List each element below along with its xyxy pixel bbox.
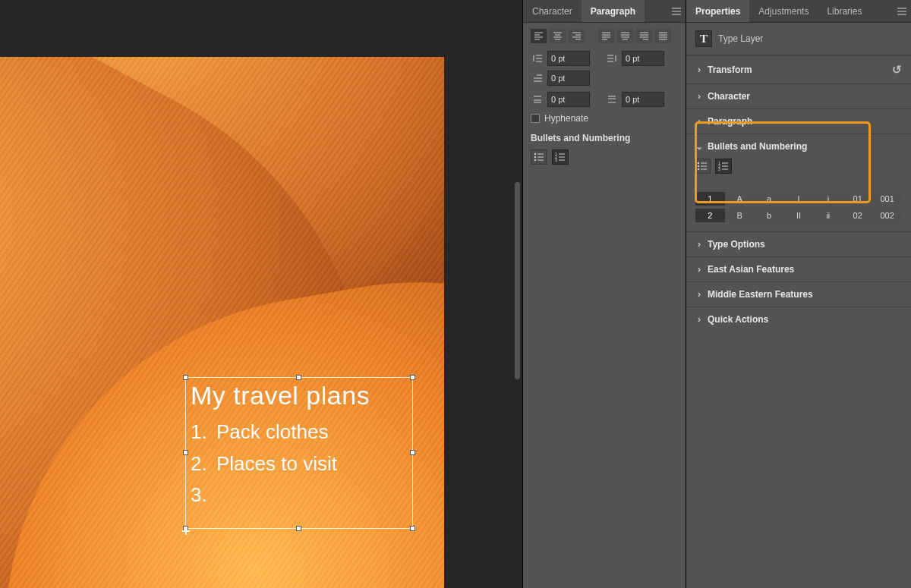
bulleted-list-button[interactable] [531,149,547,165]
numbering-style-cell[interactable]: A [725,192,755,206]
section-transform[interactable]: › Transform ↺ [686,56,911,83]
hyphenate-label: Hyphenate [544,113,588,124]
justify-right-button[interactable] [636,29,652,43]
numbering-style-grid: 1 A a I i 01 001 2 B b II ii 02 [686,192,911,231]
resize-handle[interactable] [183,375,188,380]
align-left-button[interactable] [531,29,547,43]
section-label: East Asian Features [708,264,794,275]
chevron-right-icon: › [695,289,703,300]
indent-left-icon [531,53,544,64]
justify-left-button[interactable] [598,29,614,43]
space-after-icon [605,94,619,105]
document-canvas[interactable]: My travel plans 1.Pack clothes 2.Places … [0,57,444,588]
numbering-style-cell[interactable]: 001 [872,192,902,206]
numbering-style-cell[interactable]: B [725,209,755,222]
tab-character[interactable]: Character [523,0,582,22]
resize-handle[interactable] [410,375,415,380]
text-frame[interactable]: My travel plans 1.Pack clothes 2.Places … [185,377,413,529]
indent-left-field[interactable]: 0 pt [531,51,590,66]
canvas-scrollbar[interactable] [515,182,520,379]
anchor-origin-icon [182,527,190,535]
numbering-style-cell[interactable]: I [784,192,814,206]
chevron-right-icon: › [695,91,703,102]
section-quick-actions[interactable]: ›Quick Actions [686,307,911,332]
section-label: Paragraph [708,116,752,127]
svg-point-63 [698,162,699,164]
hyphenate-checkbox[interactable] [531,114,540,123]
svg-text:3: 3 [555,158,557,162]
numbering-style-cell[interactable]: ii [813,209,843,222]
tab-adjustments[interactable]: Adjustments [749,0,818,22]
svg-point-65 [698,165,699,167]
justify-center-button[interactable] [617,29,633,43]
space-before-field[interactable]: 0 pt [531,92,590,107]
properties-panel: Properties Adjustments Libraries T Type … [686,0,911,588]
numbering-style-cell[interactable]: 01 [843,192,872,206]
section-label: Bullets and Numbering [708,141,807,152]
bullets-numbering-heading: Bullets and Numbering [531,133,678,143]
section-east-asian[interactable]: ›East Asian Features [686,257,911,281]
numbering-style-cell[interactable]: 1 [695,192,725,206]
section-type-options[interactable]: ›Type Options [686,232,911,256]
list-item[interactable]: 1.Pack clothes [191,417,408,448]
numbered-list-button[interactable]: 123 [715,159,732,174]
resize-handle[interactable] [296,526,301,531]
resize-handle[interactable] [183,450,188,455]
numbering-style-cell[interactable]: 2 [695,209,725,222]
text-title[interactable]: My travel plans [191,381,408,410]
properties-panel-tabs: Properties Adjustments Libraries [686,0,911,23]
numbering-style-cell[interactable]: b [755,209,784,222]
align-right-button[interactable] [569,29,585,43]
section-middle-eastern[interactable]: ›Middle Eastern Features [686,282,911,307]
numbered-list-button[interactable]: 123 [552,149,569,165]
list-item[interactable]: 3. [191,480,408,511]
numbering-style-cell[interactable]: a [755,192,784,206]
space-after-field[interactable]: 0 pt [605,92,664,107]
bulleted-list-button[interactable] [694,159,711,174]
numbering-style-cell[interactable]: II [784,209,814,222]
section-character[interactable]: ›Character [686,84,911,108]
type-layer-icon: T [695,30,712,47]
indent-right-field[interactable]: 0 pt [605,51,664,66]
section-bullets-numbering[interactable]: ⌄ Bullets and Numbering [686,134,911,159]
justify-all-button[interactable] [655,29,671,43]
paragraph-align-row [531,29,678,43]
tab-libraries[interactable]: Libraries [818,0,871,22]
numbering-style-cell[interactable]: 02 [843,209,872,222]
space-before-input[interactable]: 0 pt [547,92,590,107]
align-center-button[interactable] [550,29,566,43]
first-line-indent-input[interactable]: 0 pt [547,71,590,86]
resize-handle[interactable] [410,526,415,531]
tab-paragraph[interactable]: Paragraph [582,0,645,22]
numbering-style-cell[interactable]: i [813,192,843,206]
indent-right-input[interactable]: 0 pt [622,51,664,66]
reset-icon[interactable]: ↺ [892,63,902,77]
indent-right-icon [605,53,619,64]
numbering-style-cell[interactable]: 002 [872,209,902,222]
paragraph-panel-tabs: Character Paragraph [523,0,686,23]
resize-handle[interactable] [410,450,415,455]
panel-menu-icon[interactable] [667,0,686,22]
panel-menu-icon[interactable] [893,0,911,22]
section-label: Transform [708,64,752,75]
svg-point-52 [534,159,536,161]
resize-handle[interactable] [296,375,301,380]
svg-point-67 [698,168,699,170]
canvas-area: My travel plans 1.Pack clothes 2.Places … [0,0,524,588]
svg-point-48 [534,153,536,155]
chevron-right-icon: › [695,64,703,75]
section-label: Middle Eastern Features [708,289,813,300]
section-label: Type Options [708,239,765,250]
chevron-right-icon: › [695,239,703,250]
list-item[interactable]: 2.Places to visit [191,448,408,480]
chevron-right-icon: › [695,264,703,275]
chevron-right-icon: › [695,314,703,325]
svg-text:3: 3 [718,167,720,171]
space-after-input[interactable]: 0 pt [622,92,664,107]
first-line-indent-field[interactable]: 0 pt [531,71,590,86]
section-paragraph[interactable]: ›Paragraph [686,109,911,134]
svg-point-50 [534,156,536,158]
indent-left-input[interactable]: 0 pt [547,51,590,66]
chevron-down-icon: ⌄ [695,141,703,152]
tab-properties[interactable]: Properties [686,0,749,22]
